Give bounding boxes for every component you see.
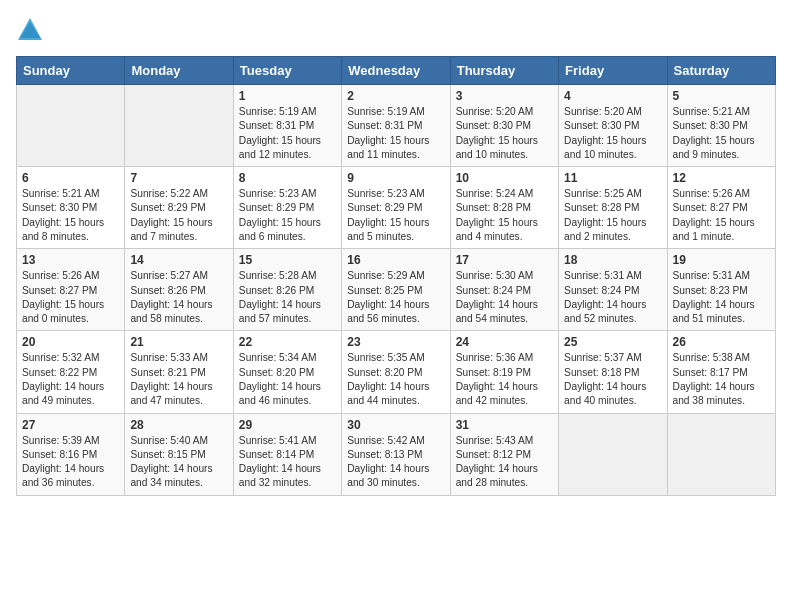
day-content: Sunrise: 5:43 AM Sunset: 8:12 PM Dayligh…: [456, 434, 553, 491]
calendar-day-header: Friday: [559, 57, 667, 85]
svg-marker-1: [20, 22, 40, 38]
day-number: 19: [673, 253, 770, 267]
calendar-cell: [559, 413, 667, 495]
day-number: 15: [239, 253, 336, 267]
day-number: 11: [564, 171, 661, 185]
day-number: 30: [347, 418, 444, 432]
day-content: Sunrise: 5:40 AM Sunset: 8:15 PM Dayligh…: [130, 434, 227, 491]
day-content: Sunrise: 5:34 AM Sunset: 8:20 PM Dayligh…: [239, 351, 336, 408]
day-content: Sunrise: 5:36 AM Sunset: 8:19 PM Dayligh…: [456, 351, 553, 408]
day-number: 21: [130, 335, 227, 349]
day-number: 25: [564, 335, 661, 349]
day-content: Sunrise: 5:22 AM Sunset: 8:29 PM Dayligh…: [130, 187, 227, 244]
calendar-week-row: 6Sunrise: 5:21 AM Sunset: 8:30 PM Daylig…: [17, 167, 776, 249]
calendar-cell: 13Sunrise: 5:26 AM Sunset: 8:27 PM Dayli…: [17, 249, 125, 331]
day-content: Sunrise: 5:29 AM Sunset: 8:25 PM Dayligh…: [347, 269, 444, 326]
day-number: 23: [347, 335, 444, 349]
calendar-header-row: SundayMondayTuesdayWednesdayThursdayFrid…: [17, 57, 776, 85]
calendar-cell: 28Sunrise: 5:40 AM Sunset: 8:15 PM Dayli…: [125, 413, 233, 495]
calendar-cell: 12Sunrise: 5:26 AM Sunset: 8:27 PM Dayli…: [667, 167, 775, 249]
day-content: Sunrise: 5:19 AM Sunset: 8:31 PM Dayligh…: [347, 105, 444, 162]
day-number: 8: [239, 171, 336, 185]
day-content: Sunrise: 5:33 AM Sunset: 8:21 PM Dayligh…: [130, 351, 227, 408]
day-content: Sunrise: 5:25 AM Sunset: 8:28 PM Dayligh…: [564, 187, 661, 244]
calendar-cell: 23Sunrise: 5:35 AM Sunset: 8:20 PM Dayli…: [342, 331, 450, 413]
day-content: Sunrise: 5:23 AM Sunset: 8:29 PM Dayligh…: [347, 187, 444, 244]
day-number: 5: [673, 89, 770, 103]
calendar-cell: 5Sunrise: 5:21 AM Sunset: 8:30 PM Daylig…: [667, 85, 775, 167]
day-content: Sunrise: 5:21 AM Sunset: 8:30 PM Dayligh…: [22, 187, 119, 244]
day-content: Sunrise: 5:32 AM Sunset: 8:22 PM Dayligh…: [22, 351, 119, 408]
calendar-cell: 14Sunrise: 5:27 AM Sunset: 8:26 PM Dayli…: [125, 249, 233, 331]
calendar-week-row: 13Sunrise: 5:26 AM Sunset: 8:27 PM Dayli…: [17, 249, 776, 331]
calendar-cell: 22Sunrise: 5:34 AM Sunset: 8:20 PM Dayli…: [233, 331, 341, 413]
day-number: 26: [673, 335, 770, 349]
calendar-day-header: Monday: [125, 57, 233, 85]
calendar-cell: 21Sunrise: 5:33 AM Sunset: 8:21 PM Dayli…: [125, 331, 233, 413]
day-content: Sunrise: 5:28 AM Sunset: 8:26 PM Dayligh…: [239, 269, 336, 326]
calendar-day-header: Tuesday: [233, 57, 341, 85]
day-content: Sunrise: 5:35 AM Sunset: 8:20 PM Dayligh…: [347, 351, 444, 408]
logo-icon: [16, 16, 44, 44]
calendar-cell: 30Sunrise: 5:42 AM Sunset: 8:13 PM Dayli…: [342, 413, 450, 495]
day-number: 10: [456, 171, 553, 185]
calendar-day-header: Wednesday: [342, 57, 450, 85]
day-content: Sunrise: 5:19 AM Sunset: 8:31 PM Dayligh…: [239, 105, 336, 162]
calendar-cell: 6Sunrise: 5:21 AM Sunset: 8:30 PM Daylig…: [17, 167, 125, 249]
calendar-week-row: 20Sunrise: 5:32 AM Sunset: 8:22 PM Dayli…: [17, 331, 776, 413]
day-content: Sunrise: 5:20 AM Sunset: 8:30 PM Dayligh…: [456, 105, 553, 162]
calendar-cell: 17Sunrise: 5:30 AM Sunset: 8:24 PM Dayli…: [450, 249, 558, 331]
calendar-cell: 2Sunrise: 5:19 AM Sunset: 8:31 PM Daylig…: [342, 85, 450, 167]
day-content: Sunrise: 5:38 AM Sunset: 8:17 PM Dayligh…: [673, 351, 770, 408]
calendar-day-header: Saturday: [667, 57, 775, 85]
day-number: 3: [456, 89, 553, 103]
calendar-cell: 19Sunrise: 5:31 AM Sunset: 8:23 PM Dayli…: [667, 249, 775, 331]
day-content: Sunrise: 5:39 AM Sunset: 8:16 PM Dayligh…: [22, 434, 119, 491]
day-number: 2: [347, 89, 444, 103]
calendar-cell: 10Sunrise: 5:24 AM Sunset: 8:28 PM Dayli…: [450, 167, 558, 249]
day-content: Sunrise: 5:30 AM Sunset: 8:24 PM Dayligh…: [456, 269, 553, 326]
day-number: 7: [130, 171, 227, 185]
day-number: 1: [239, 89, 336, 103]
day-content: Sunrise: 5:26 AM Sunset: 8:27 PM Dayligh…: [673, 187, 770, 244]
day-content: Sunrise: 5:42 AM Sunset: 8:13 PM Dayligh…: [347, 434, 444, 491]
day-content: Sunrise: 5:26 AM Sunset: 8:27 PM Dayligh…: [22, 269, 119, 326]
calendar-week-row: 27Sunrise: 5:39 AM Sunset: 8:16 PM Dayli…: [17, 413, 776, 495]
day-number: 31: [456, 418, 553, 432]
day-number: 18: [564, 253, 661, 267]
day-content: Sunrise: 5:24 AM Sunset: 8:28 PM Dayligh…: [456, 187, 553, 244]
day-number: 6: [22, 171, 119, 185]
calendar-cell: 1Sunrise: 5:19 AM Sunset: 8:31 PM Daylig…: [233, 85, 341, 167]
day-number: 12: [673, 171, 770, 185]
day-number: 20: [22, 335, 119, 349]
calendar-cell: 16Sunrise: 5:29 AM Sunset: 8:25 PM Dayli…: [342, 249, 450, 331]
calendar-cell: 24Sunrise: 5:36 AM Sunset: 8:19 PM Dayli…: [450, 331, 558, 413]
day-number: 4: [564, 89, 661, 103]
calendar-cell: 7Sunrise: 5:22 AM Sunset: 8:29 PM Daylig…: [125, 167, 233, 249]
calendar-day-header: Thursday: [450, 57, 558, 85]
calendar-day-header: Sunday: [17, 57, 125, 85]
day-content: Sunrise: 5:20 AM Sunset: 8:30 PM Dayligh…: [564, 105, 661, 162]
day-content: Sunrise: 5:21 AM Sunset: 8:30 PM Dayligh…: [673, 105, 770, 162]
day-number: 9: [347, 171, 444, 185]
day-number: 27: [22, 418, 119, 432]
calendar-cell: 18Sunrise: 5:31 AM Sunset: 8:24 PM Dayli…: [559, 249, 667, 331]
day-number: 14: [130, 253, 227, 267]
calendar-cell: [667, 413, 775, 495]
logo: [16, 16, 48, 44]
calendar-cell: 3Sunrise: 5:20 AM Sunset: 8:30 PM Daylig…: [450, 85, 558, 167]
day-number: 29: [239, 418, 336, 432]
day-content: Sunrise: 5:23 AM Sunset: 8:29 PM Dayligh…: [239, 187, 336, 244]
day-number: 13: [22, 253, 119, 267]
calendar-cell: 25Sunrise: 5:37 AM Sunset: 8:18 PM Dayli…: [559, 331, 667, 413]
calendar-cell: [125, 85, 233, 167]
calendar-cell: 27Sunrise: 5:39 AM Sunset: 8:16 PM Dayli…: [17, 413, 125, 495]
calendar-cell: 4Sunrise: 5:20 AM Sunset: 8:30 PM Daylig…: [559, 85, 667, 167]
day-content: Sunrise: 5:37 AM Sunset: 8:18 PM Dayligh…: [564, 351, 661, 408]
page-header: [16, 16, 776, 44]
calendar-week-row: 1Sunrise: 5:19 AM Sunset: 8:31 PM Daylig…: [17, 85, 776, 167]
day-number: 17: [456, 253, 553, 267]
calendar-cell: 20Sunrise: 5:32 AM Sunset: 8:22 PM Dayli…: [17, 331, 125, 413]
calendar-cell: 9Sunrise: 5:23 AM Sunset: 8:29 PM Daylig…: [342, 167, 450, 249]
calendar-cell: 29Sunrise: 5:41 AM Sunset: 8:14 PM Dayli…: [233, 413, 341, 495]
